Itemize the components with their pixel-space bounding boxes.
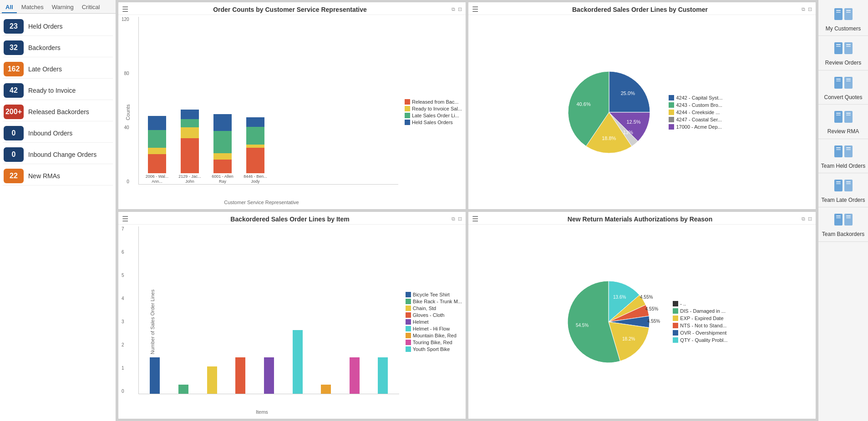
sidebar-item-2[interactable]: 162 Late Orders <box>3 60 113 79</box>
sidebar-item-0[interactable]: 23 Held Orders <box>3 17 113 36</box>
panel-backorder-customer-title: Backordered Sales Order Lines by Custome… <box>481 6 799 13</box>
legend-item-rma: - .. <box>673 301 727 306</box>
legend-color <box>405 106 410 111</box>
sidebar-label-1: Backorders <box>28 44 61 51</box>
panel-backorder-item-header: ☰ Backordered Sales Order Lines by Item … <box>118 212 466 225</box>
panel-maximize[interactable]: ⧉ <box>452 6 455 12</box>
svg-text:12.5%: 12.5% <box>627 119 641 125</box>
bar-group-item <box>286 330 309 394</box>
legend-item: Late Sales Order Li... <box>405 113 462 118</box>
single-bar[interactable] <box>178 385 188 394</box>
panel-backorder-customer: ☰ Backordered Sales Order Lines by Custo… <box>468 2 816 210</box>
right-item-1[interactable]: Review Orders <box>818 36 868 70</box>
legend-label: Released from Bac... <box>412 99 459 105</box>
right-item-6[interactable]: Team Backorders <box>818 207 868 241</box>
single-bar[interactable] <box>350 357 360 394</box>
tab-warning[interactable]: Warning <box>48 2 77 13</box>
sidebar-item-4[interactable]: 200+ Released Backorders <box>3 103 113 121</box>
legend-item-rma: QTY - Quality Probl... <box>673 337 727 343</box>
right-item-icon-0 <box>832 5 854 24</box>
legend-item-customer: 4242 - Capital Syst... <box>669 95 722 100</box>
svg-rect-12 <box>844 8 853 20</box>
svg-rect-49 <box>836 216 841 216</box>
svg-rect-14 <box>836 12 841 13</box>
panel-maximize-3[interactable]: ⧉ <box>452 216 455 222</box>
bar-group-item <box>315 385 338 394</box>
legend-color-rma <box>673 337 678 343</box>
legend-item-customer: 4243 - Custom Bro... <box>669 102 722 108</box>
panel-menu-icon-3[interactable]: ☰ <box>122 215 128 223</box>
bar-chart-csr: Counts 12080400 2006 - Wal... Ann...2129… <box>120 17 403 207</box>
single-bar[interactable] <box>150 357 160 394</box>
legend-item-items: Gloves - Cloth <box>406 312 462 318</box>
legend-color-rma <box>673 323 678 328</box>
single-bar[interactable] <box>235 357 245 394</box>
left-sidebar: All Matches Warning Critical 23 Held Ord… <box>0 0 116 421</box>
legend-label-items: Bike Rack - Trunk M... <box>413 299 462 304</box>
right-item-0[interactable]: My Customers <box>818 2 868 36</box>
sidebar-item-7[interactable]: 22 New RMAs <box>3 167 113 185</box>
svg-rect-13 <box>836 10 841 11</box>
legend-label-rma: DIS - Damaged in ... <box>680 308 726 314</box>
legend-item-items: Chain, Std <box>406 306 462 311</box>
stacked-bar[interactable] <box>148 110 166 173</box>
single-bar[interactable] <box>264 357 274 394</box>
panel-backorder-item-body: Number of Sales Order Lines 76543210 Ite… <box>118 225 466 419</box>
panel-order-counts: ☰ Order Counts by Customer Service Repre… <box>118 2 466 210</box>
single-bar[interactable] <box>293 330 303 394</box>
sidebar-item-1[interactable]: 32 Backorders <box>3 39 113 57</box>
tab-critical[interactable]: Critical <box>78 2 104 13</box>
bar-group-item <box>343 357 366 394</box>
right-item-icon-5 <box>832 177 854 195</box>
right-item-label-0: My Customers <box>826 25 861 32</box>
legend-item-rma: NTS - Not to Stand... <box>673 323 727 328</box>
single-bar[interactable] <box>378 357 388 394</box>
bar-chart-items: Number of Sales Order Lines 76543210 Ite… <box>120 226 404 417</box>
legend-item-items: Bike Rack - Trunk M... <box>406 299 462 304</box>
stacked-bar[interactable] <box>246 110 264 173</box>
panel-menu-icon-2[interactable]: ☰ <box>472 5 478 14</box>
stacked-bar[interactable] <box>213 110 232 173</box>
svg-rect-39 <box>846 147 851 148</box>
sidebar-item-3[interactable]: 42 Ready to Invoice <box>3 81 113 100</box>
right-item-4[interactable]: Team Held Orders <box>818 139 868 173</box>
right-item-5[interactable]: Team Late Orders <box>818 173 868 207</box>
bars-wrapper-csr: 12080400 2006 - Wal... Ann...2129 - Jac.… <box>138 17 398 185</box>
legend-label-items: Helmet - Hi Flow <box>413 326 450 331</box>
legend-label: Late Sales Order Li... <box>412 113 459 118</box>
legend-label-customer: 4247 - Coastal Ser... <box>676 117 721 122</box>
panel-maximize-2[interactable]: ⧉ <box>802 6 805 12</box>
svg-text:4.55%: 4.55% <box>647 319 660 324</box>
legend-label-rma: QTY - Quality Probl... <box>680 337 727 343</box>
panel-menu-icon-4[interactable]: ☰ <box>472 215 478 223</box>
panel-maximize-4[interactable]: ⧉ <box>802 216 805 222</box>
svg-rect-18 <box>844 42 853 54</box>
legend-label-items: Bicycle Tee Shirt <box>413 292 450 297</box>
single-bar[interactable] <box>207 366 217 394</box>
panel-rma-reason-header: ☰ New Return Materials Authorizations by… <box>468 212 816 225</box>
panel-restore-2[interactable]: ⊡ <box>808 6 812 12</box>
single-bar[interactable] <box>321 385 331 394</box>
sidebar-item-6[interactable]: 0 Inbound Change Orders <box>3 145 113 164</box>
panel-menu-icon[interactable]: ☰ <box>122 5 128 14</box>
legend-label-rma: EXP - Expired Date <box>680 316 723 321</box>
panel-restore-4[interactable]: ⊡ <box>808 216 812 222</box>
right-item-3[interactable]: Review RMA <box>818 105 868 139</box>
sidebar-item-5[interactable]: 0 Inbound Orders <box>3 124 113 143</box>
svg-rect-19 <box>836 44 841 45</box>
tab-matches[interactable]: Matches <box>18 2 47 13</box>
legend-label-customer: 17000 - Acme Dep... <box>676 124 721 130</box>
legend-label-items: Gloves - Cloth <box>413 312 445 318</box>
panel-restore-3[interactable]: ⊡ <box>458 216 462 222</box>
legend-color-rma <box>673 308 678 314</box>
sidebar-badge-6: 0 <box>4 147 24 162</box>
svg-rect-51 <box>846 216 851 216</box>
legend-label-customer: 4243 - Custom Bro... <box>676 102 722 108</box>
svg-rect-41 <box>834 180 843 191</box>
panel-restore[interactable]: ⊡ <box>458 6 462 12</box>
right-item-2[interactable]: Convert Quotes <box>818 70 868 105</box>
tab-all[interactable]: All <box>2 2 17 13</box>
stacked-bar[interactable] <box>181 110 199 173</box>
sidebar-label-4: Released Backorders <box>28 108 89 115</box>
bar-group-item <box>200 366 223 394</box>
